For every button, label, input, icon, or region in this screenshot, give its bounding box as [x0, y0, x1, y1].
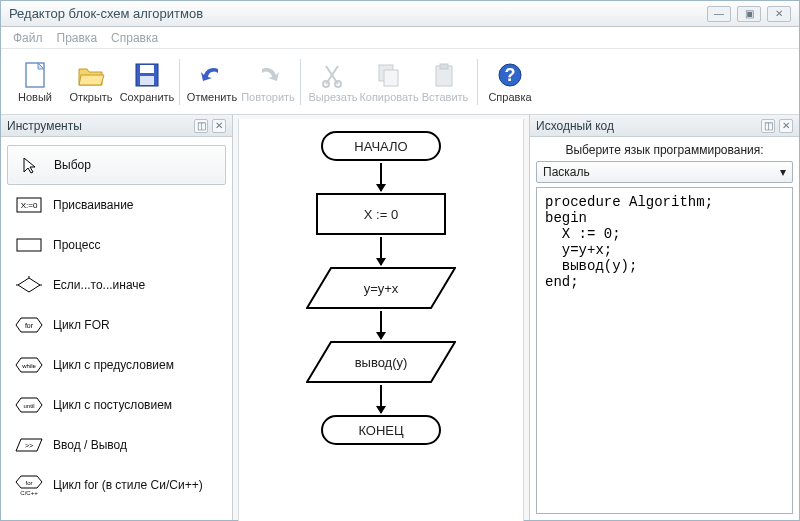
tools-panel-header: Инструменты ◫ ✕	[1, 115, 232, 137]
tool-label: Выбор	[54, 158, 91, 172]
flowchart-canvas[interactable]: НАЧАЛО X := 0 y=y+x вывод(y) КОНЕЦ	[238, 119, 524, 521]
tools-panel: Инструменты ◫ ✕ Выбор X:=0 Присваивание …	[1, 115, 233, 520]
menu-file[interactable]: Файл	[13, 31, 43, 45]
svg-rect-9	[440, 64, 448, 69]
panel-float-icon[interactable]: ◫	[194, 119, 208, 133]
tool-assignment[interactable]: X:=0 Присваивание	[7, 185, 226, 225]
tools-list: Выбор X:=0 Присваивание Процесс Если...т…	[1, 137, 232, 520]
titlebar: Редактор блок-схем алгоритмов — ▣ ✕	[1, 1, 799, 27]
flow-start[interactable]: НАЧАЛО	[321, 131, 441, 161]
cursor-icon	[16, 155, 44, 175]
svg-text:for: for	[25, 480, 32, 486]
tool-label: Присваивание	[53, 198, 134, 212]
help-icon: ?	[496, 61, 524, 89]
tool-io[interactable]: >> Ввод / Вывод	[7, 425, 226, 465]
window-controls: — ▣ ✕	[707, 6, 799, 22]
panel-close-icon[interactable]: ✕	[779, 119, 793, 133]
tool-label: Цикл с постусловием	[53, 398, 172, 412]
toolbar-separator	[477, 59, 478, 105]
tool-label: Цикл с предусловием	[53, 358, 174, 372]
flow-arrow	[380, 163, 382, 191]
undo-icon	[198, 61, 226, 89]
save-button[interactable]: Сохранить	[119, 53, 175, 111]
toolbar-separator	[179, 59, 180, 105]
tool-label: Процесс	[53, 238, 100, 252]
svg-text:X:=0: X:=0	[21, 201, 38, 210]
flow-io[interactable]: вывод(y)	[306, 341, 456, 383]
tool-label: Цикл for (в стиле Си/Си++)	[53, 478, 203, 492]
redo-button[interactable]: Повторить	[240, 53, 296, 111]
tools-panel-title: Инструменты	[7, 119, 82, 133]
svg-rect-2	[140, 65, 154, 73]
svg-text:>>: >>	[25, 442, 33, 449]
panel-float-icon[interactable]: ◫	[761, 119, 775, 133]
flow-arrow	[380, 237, 382, 265]
source-panel-header: Исходный код ◫ ✕	[530, 115, 799, 137]
assignment-icon: X:=0	[15, 195, 43, 215]
content-area: Инструменты ◫ ✕ Выбор X:=0 Присваивание …	[1, 115, 799, 520]
tool-for[interactable]: for Цикл FOR	[7, 305, 226, 345]
cut-icon	[319, 61, 347, 89]
menubar: Файл Правка Справка	[1, 27, 799, 49]
maximize-button[interactable]: ▣	[737, 6, 761, 22]
svg-text:?: ?	[505, 65, 516, 85]
tool-label: Цикл FOR	[53, 318, 110, 332]
tool-if[interactable]: Если...то...иначе	[7, 265, 226, 305]
close-button[interactable]: ✕	[767, 6, 791, 22]
canvas-panel: НАЧАЛО X := 0 y=y+x вывод(y) КОНЕЦ	[233, 115, 529, 520]
code-view[interactable]: procedure Algorithm; begin X := 0; y=y+x…	[536, 187, 793, 514]
for-loop-icon: for	[15, 315, 43, 335]
io-icon: >>	[15, 435, 43, 455]
open-folder-icon	[77, 61, 105, 89]
svg-text:C/C++: C/C++	[20, 490, 38, 496]
tool-until[interactable]: until Цикл с постусловием	[7, 385, 226, 425]
toolbar-separator	[300, 59, 301, 105]
source-panel-title: Исходный код	[536, 119, 614, 133]
tool-while[interactable]: while Цикл с предусловием	[7, 345, 226, 385]
source-panel: Исходный код ◫ ✕ Выберите язык программи…	[529, 115, 799, 520]
svg-rect-3	[140, 76, 154, 85]
tool-label: Если...то...иначе	[53, 278, 145, 292]
svg-text:until: until	[23, 403, 34, 409]
save-icon	[133, 61, 161, 89]
open-button[interactable]: Открыть	[63, 53, 119, 111]
until-loop-icon: until	[15, 395, 43, 415]
flow-arrow	[380, 311, 382, 339]
toolbar: Новый Открыть Сохранить Отменить Повтор	[1, 49, 799, 115]
panel-close-icon[interactable]: ✕	[212, 119, 226, 133]
decision-icon	[15, 275, 43, 295]
svg-text:for: for	[25, 322, 34, 329]
copy-icon	[375, 61, 403, 89]
tool-process[interactable]: Процесс	[7, 225, 226, 265]
svg-rect-7	[384, 70, 398, 86]
for-c-loop-icon: forC/C++	[15, 475, 43, 495]
help-button[interactable]: ? Справка	[482, 53, 538, 111]
app-window: Редактор блок-схем алгоритмов — ▣ ✕ Файл…	[0, 0, 800, 521]
menu-help[interactable]: Справка	[111, 31, 158, 45]
language-value: Паскаль	[543, 165, 590, 179]
undo-button[interactable]: Отменить	[184, 53, 240, 111]
minimize-button[interactable]: —	[707, 6, 731, 22]
copy-button[interactable]: Копировать	[361, 53, 417, 111]
process-icon	[15, 235, 43, 255]
window-title: Редактор блок-схем алгоритмов	[1, 6, 203, 21]
flow-arrow	[380, 385, 382, 413]
tool-select[interactable]: Выбор	[7, 145, 226, 185]
language-label: Выберите язык программирования:	[536, 143, 793, 157]
svg-text:while: while	[21, 363, 36, 369]
new-button[interactable]: Новый	[7, 53, 63, 111]
paste-button[interactable]: Вставить	[417, 53, 473, 111]
tool-label: Ввод / Вывод	[53, 438, 127, 452]
paste-icon	[431, 61, 459, 89]
flow-end[interactable]: КОНЕЦ	[321, 415, 441, 445]
source-body: Выберите язык программирования: Паскаль …	[530, 137, 799, 520]
cut-button[interactable]: Вырезать	[305, 53, 361, 111]
menu-edit[interactable]: Правка	[57, 31, 98, 45]
tool-for-c[interactable]: forC/C++ Цикл for (в стиле Си/Си++)	[7, 465, 226, 505]
svg-rect-14	[17, 239, 41, 251]
chevron-down-icon: ▾	[780, 165, 786, 179]
flow-assign[interactable]: X := 0	[316, 193, 446, 235]
svg-marker-15	[18, 278, 40, 292]
flow-process[interactable]: y=y+x	[306, 267, 456, 309]
language-select[interactable]: Паскаль ▾	[536, 161, 793, 183]
